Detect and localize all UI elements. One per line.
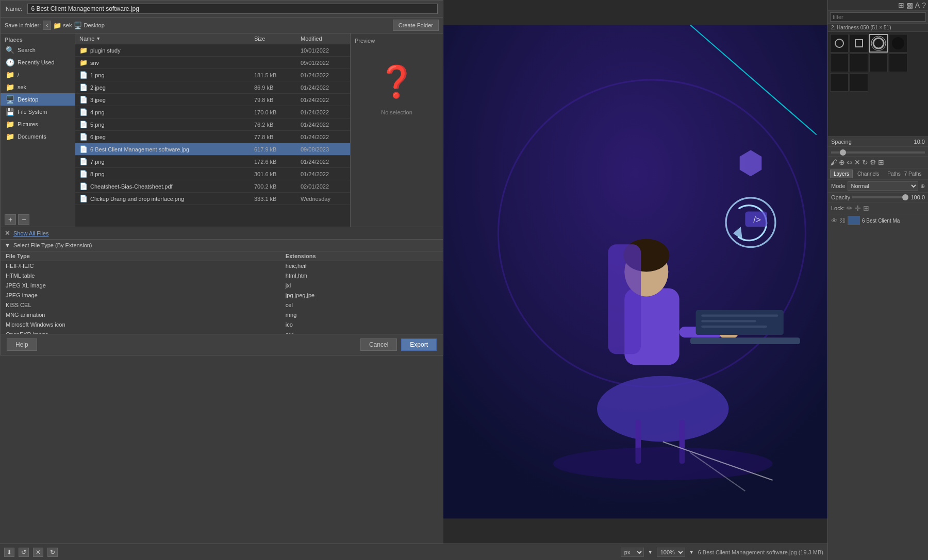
create-folder-button[interactable]: Create Folder	[393, 20, 439, 31]
sidebar-item-documents[interactable]: 📁 Documents	[1, 130, 75, 143]
file-row[interactable]: 📄 2.jpeg 86.9 kB 01/24/2022	[75, 81, 350, 94]
restore-bottom-btn[interactable]: ↻	[47, 548, 58, 557]
file-row[interactable]: 📄 5.png 76.2 kB 01/24/2022	[75, 118, 350, 131]
file-row[interactable]: 📄 6.jpeg 77.8 kB 01/24/2022	[75, 131, 350, 143]
file-list-body[interactable]: 📁 plugin study 10/01/2022 📁 snv 09/01/20…	[75, 44, 350, 227]
breadcrumb-desktop[interactable]: 🖥️ Desktop	[74, 22, 104, 29]
file-row[interactable]: 📁 plugin study 10/01/2022	[75, 44, 350, 57]
lock-pen-icon[interactable]: ✏	[847, 204, 853, 212]
col-name-header[interactable]: Name ▼	[75, 33, 252, 44]
layer-visibility-icon[interactable]: 👁	[831, 217, 838, 225]
file-type-row[interactable]: JPEG image jpg,jpeg,jpe	[1, 291, 443, 300]
text-icon[interactable]: A	[915, 1, 920, 9]
sort-arrow-icon: ▼	[96, 36, 101, 41]
sidebar-label-sek: sek	[18, 84, 26, 90]
add-place-button[interactable]: +	[5, 214, 16, 225]
file-icon: 📄	[79, 121, 88, 128]
delete-icon[interactable]: ✕	[854, 158, 860, 166]
undo-bottom-btn[interactable]: ↺	[19, 548, 29, 557]
color-swatch-icon[interactable]: ▩	[906, 1, 913, 9]
brush-thumb-8[interactable]	[830, 73, 849, 92]
brush-thumb-1[interactable]	[830, 34, 849, 53]
zoom-select[interactable]: 100% 50% 200%	[657, 548, 685, 557]
spacing-value: 10.0	[914, 139, 925, 145]
lock-move-icon[interactable]: ✛	[855, 204, 861, 212]
svg-point-25	[835, 39, 843, 47]
search-icon: 🔍	[6, 46, 14, 54]
file-type-row[interactable]: HTML table html,htm	[1, 271, 443, 281]
paint-icon[interactable]: 🖌	[830, 158, 837, 166]
file-row[interactable]: 📄 Clickup Drang and drop interface.png 3…	[75, 193, 350, 205]
sidebar-item-file-system[interactable]: 💾 File System	[1, 106, 75, 118]
hide-all-files-button[interactable]: ✕	[5, 229, 10, 237]
spacing-slider[interactable]	[831, 151, 925, 154]
tab-channels[interactable]: Channels	[854, 169, 883, 178]
unit-select[interactable]: px mm in	[621, 548, 644, 557]
file-row[interactable]: 📄 3.jpeg 79.8 kB 01/24/2022	[75, 94, 350, 106]
no-preview-icon: ❓	[377, 63, 416, 100]
brush-thumb-5[interactable]	[850, 54, 868, 72]
file-row[interactable]: 📄 1.png 181.5 kB 01/24/2022	[75, 69, 350, 81]
mode-select[interactable]: Normal Multiply Screen	[848, 181, 918, 191]
export-button[interactable]: Export	[401, 338, 437, 351]
brush-thumb-7[interactable]	[889, 54, 907, 72]
filename-input[interactable]	[27, 4, 438, 14]
file-cell-size: 86.9 kB	[252, 83, 299, 92]
brush-thumb-4[interactable]	[830, 54, 849, 72]
remove-place-button[interactable]: −	[18, 214, 29, 225]
col-size-header[interactable]: Size	[252, 33, 299, 44]
brush-thumb-9[interactable]	[850, 73, 868, 92]
file-row[interactable]: 📄 6 Best Client Management software.jpg …	[75, 143, 350, 156]
tab-paths[interactable]: Paths 7 Paths	[884, 169, 925, 178]
close-bottom-btn[interactable]: ✕	[33, 548, 43, 557]
brush-thumb-3[interactable]	[889, 34, 907, 53]
file-row[interactable]: 📄 8.png 301.6 kB 01/24/2022	[75, 168, 350, 180]
dialog-bottom: ✕ Show All Files ▼ Select File Type (By …	[1, 227, 443, 355]
nav-back-button[interactable]: ‹	[43, 21, 51, 30]
file-ext-cell: exr	[280, 330, 443, 334]
help-icon[interactable]: ?	[922, 1, 926, 9]
file-type-row[interactable]: KISS CEL cel	[1, 300, 443, 310]
sidebar-item-desktop[interactable]: 🖥️ Desktop	[1, 93, 75, 106]
file-type-row[interactable]: JPEG XL image jxl	[1, 281, 443, 291]
sidebar-item-recently-used[interactable]: 🕐 Recently Used	[1, 56, 75, 69]
lock-pattern-icon[interactable]: ⊞	[863, 204, 869, 212]
sidebar-item-root[interactable]: 📁 /	[1, 69, 75, 81]
file-row[interactable]: 📄 7.png 172.6 kB 01/24/2022	[75, 156, 350, 168]
breadcrumb-sek[interactable]: 📁 sek	[53, 22, 72, 29]
brush-thumb-6[interactable]	[869, 54, 888, 72]
col-modified-header[interactable]: Modified	[299, 33, 350, 44]
sidebar-item-sek[interactable]: 📁 sek	[1, 81, 75, 93]
stamp-icon[interactable]: ⊕	[839, 158, 845, 166]
sidebar-item-search[interactable]: 🔍 Search	[1, 44, 75, 56]
brush-thumb-selected[interactable]	[869, 34, 888, 53]
brush-filter-input[interactable]	[830, 12, 926, 22]
file-row[interactable]: 📄 Cheatsheet-Bias-Cheatsheet.pdf 700.2 k…	[75, 180, 350, 193]
svg-rect-12	[701, 320, 756, 322]
file-type-row[interactable]: Microsoft Windows icon ico	[1, 320, 443, 330]
redo-icon[interactable]: ↻	[862, 158, 868, 166]
file-type-row[interactable]: OpenEXR image exr	[1, 330, 443, 334]
file-cell-modified: 01/24/2022	[299, 71, 350, 79]
file-type-row[interactable]: HEIF/HEIC heic,heif	[1, 261, 443, 271]
file-type-row[interactable]: MNG animation mng	[1, 310, 443, 320]
file-row[interactable]: 📁 snv 09/01/2022	[75, 57, 350, 69]
help-button[interactable]: Help	[7, 338, 37, 351]
grid-icon[interactable]: ⊞	[898, 1, 904, 9]
settings-icon[interactable]: ⚙	[870, 158, 876, 166]
file-row[interactable]: 📄 4.png 170.0 kB 01/24/2022	[75, 106, 350, 118]
file-cell-modified: 01/24/2022	[299, 170, 350, 178]
export-bottom-btn[interactable]: ⬇	[4, 548, 14, 557]
brush-thumb-2[interactable]	[850, 34, 868, 53]
sidebar-item-pictures[interactable]: 📁 Pictures	[1, 118, 75, 130]
layer-chain-icon[interactable]: ⛓	[840, 217, 846, 224]
file-type-header[interactable]: ▼ Select File Type (By Extension)	[1, 239, 443, 251]
file-cell-modified: 01/24/2022	[299, 83, 350, 92]
show-all-files-button[interactable]: Show All Files	[13, 230, 48, 236]
no-selection-text: No selection	[381, 109, 412, 115]
resize-icon[interactable]: ⇔	[847, 158, 853, 166]
tab-layers[interactable]: Layers	[830, 169, 853, 178]
cancel-button[interactable]: Cancel	[360, 338, 397, 351]
expand-icon[interactable]: ⊞	[878, 158, 884, 166]
opacity-slider[interactable]	[852, 196, 908, 198]
